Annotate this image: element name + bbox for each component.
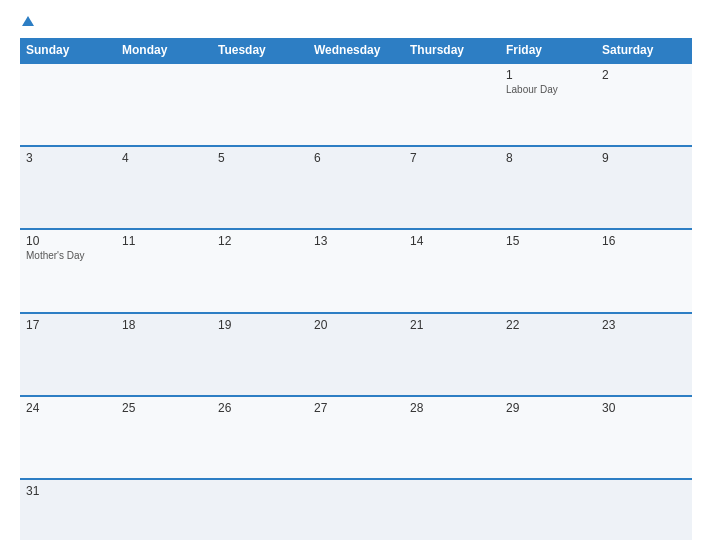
calendar-cell: 9	[596, 147, 692, 228]
calendar-cell	[116, 480, 212, 540]
calendar-cell: 23	[596, 314, 692, 395]
calendar-week: 10Mother's Day111213141516	[20, 228, 692, 311]
day-number: 2	[602, 68, 686, 82]
calendar-cell: 17	[20, 314, 116, 395]
day-number: 5	[218, 151, 302, 165]
calendar-cell: 22	[500, 314, 596, 395]
day-number: 18	[122, 318, 206, 332]
calendar-header: SundayMondayTuesdayWednesdayThursdayFrid…	[20, 38, 692, 62]
logo	[20, 16, 34, 28]
day-number: 14	[410, 234, 494, 248]
calendar-cell: 1Labour Day	[500, 64, 596, 145]
calendar-cell	[404, 480, 500, 540]
calendar-cell: 24	[20, 397, 116, 478]
day-number: 23	[602, 318, 686, 332]
day-number: 20	[314, 318, 398, 332]
day-number: 24	[26, 401, 110, 415]
calendar-cell: 14	[404, 230, 500, 311]
day-number: 17	[26, 318, 110, 332]
calendar-cell: 6	[308, 147, 404, 228]
header	[20, 16, 692, 28]
day-number: 13	[314, 234, 398, 248]
calendar-week: 3456789	[20, 145, 692, 228]
calendar-cell: 13	[308, 230, 404, 311]
calendar-cell: 28	[404, 397, 500, 478]
day-number: 8	[506, 151, 590, 165]
calendar-cell: 20	[308, 314, 404, 395]
calendar-body: 1Labour Day2345678910Mother's Day1112131…	[20, 62, 692, 540]
day-number: 19	[218, 318, 302, 332]
holiday-label: Labour Day	[506, 84, 590, 95]
day-number: 28	[410, 401, 494, 415]
day-number: 10	[26, 234, 110, 248]
day-number: 26	[218, 401, 302, 415]
calendar-week: 24252627282930	[20, 395, 692, 478]
day-number: 7	[410, 151, 494, 165]
calendar-cell	[500, 480, 596, 540]
day-number: 31	[26, 484, 110, 498]
day-number: 1	[506, 68, 590, 82]
calendar-week: 1Labour Day2	[20, 62, 692, 145]
calendar-cell: 21	[404, 314, 500, 395]
calendar-cell	[20, 64, 116, 145]
calendar-cell: 30	[596, 397, 692, 478]
calendar-cell: 7	[404, 147, 500, 228]
calendar-cell: 4	[116, 147, 212, 228]
calendar-cell: 26	[212, 397, 308, 478]
calendar-cell: 29	[500, 397, 596, 478]
day-of-week-header: Saturday	[596, 38, 692, 62]
calendar-page: SundayMondayTuesdayWednesdayThursdayFrid…	[0, 0, 712, 550]
calendar-cell: 3	[20, 147, 116, 228]
day-number: 6	[314, 151, 398, 165]
logo-triangle-icon	[22, 16, 34, 26]
day-of-week-header: Wednesday	[308, 38, 404, 62]
day-number: 25	[122, 401, 206, 415]
holiday-label: Mother's Day	[26, 250, 110, 261]
day-number: 21	[410, 318, 494, 332]
day-number: 15	[506, 234, 590, 248]
day-number: 29	[506, 401, 590, 415]
calendar-cell	[116, 64, 212, 145]
calendar-cell	[404, 64, 500, 145]
day-of-week-header: Thursday	[404, 38, 500, 62]
calendar-cell	[308, 480, 404, 540]
day-of-week-header: Monday	[116, 38, 212, 62]
calendar-cell: 8	[500, 147, 596, 228]
calendar-cell: 12	[212, 230, 308, 311]
calendar: SundayMondayTuesdayWednesdayThursdayFrid…	[20, 38, 692, 540]
calendar-cell	[212, 64, 308, 145]
calendar-cell: 16	[596, 230, 692, 311]
day-number: 11	[122, 234, 206, 248]
day-number: 27	[314, 401, 398, 415]
calendar-cell: 11	[116, 230, 212, 311]
day-of-week-header: Sunday	[20, 38, 116, 62]
calendar-cell	[308, 64, 404, 145]
calendar-cell: 27	[308, 397, 404, 478]
day-number: 4	[122, 151, 206, 165]
calendar-cell: 19	[212, 314, 308, 395]
day-number: 30	[602, 401, 686, 415]
day-number: 16	[602, 234, 686, 248]
calendar-cell: 25	[116, 397, 212, 478]
calendar-cell: 31	[20, 480, 116, 540]
calendar-week: 17181920212223	[20, 312, 692, 395]
day-of-week-header: Tuesday	[212, 38, 308, 62]
day-of-week-header: Friday	[500, 38, 596, 62]
calendar-cell: 15	[500, 230, 596, 311]
calendar-week: 31	[20, 478, 692, 540]
day-number: 12	[218, 234, 302, 248]
day-number: 9	[602, 151, 686, 165]
calendar-cell: 2	[596, 64, 692, 145]
day-number: 3	[26, 151, 110, 165]
day-number: 22	[506, 318, 590, 332]
calendar-cell: 10Mother's Day	[20, 230, 116, 311]
calendar-cell: 5	[212, 147, 308, 228]
calendar-cell	[212, 480, 308, 540]
calendar-cell: 18	[116, 314, 212, 395]
calendar-cell	[596, 480, 692, 540]
